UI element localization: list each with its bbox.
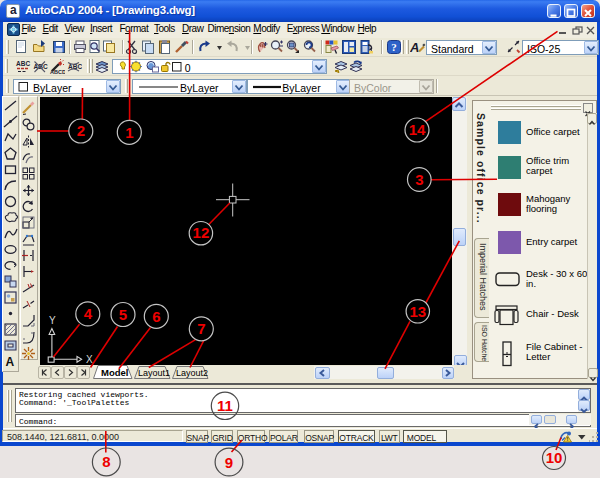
svg-text:8: 8 (102, 453, 110, 470)
svg-text:9: 9 (225, 454, 233, 471)
svg-text:ABC: ABC (16, 60, 30, 67)
svg-text:A: A (6, 355, 15, 369)
svg-text:?: ? (391, 41, 397, 53)
svg-text:10: 10 (546, 449, 563, 466)
svg-text:ABCD: ABCD (50, 68, 65, 74)
svg-text:X: X (86, 354, 93, 365)
svg-text:A: A (410, 40, 419, 55)
svg-text:Layout2: Layout2 (176, 368, 208, 378)
svg-text:Layout1: Layout1 (138, 368, 170, 378)
svg-text:Model: Model (101, 367, 128, 378)
svg-text:Y: Y (49, 315, 56, 326)
svg-text:!: ! (566, 436, 568, 442)
